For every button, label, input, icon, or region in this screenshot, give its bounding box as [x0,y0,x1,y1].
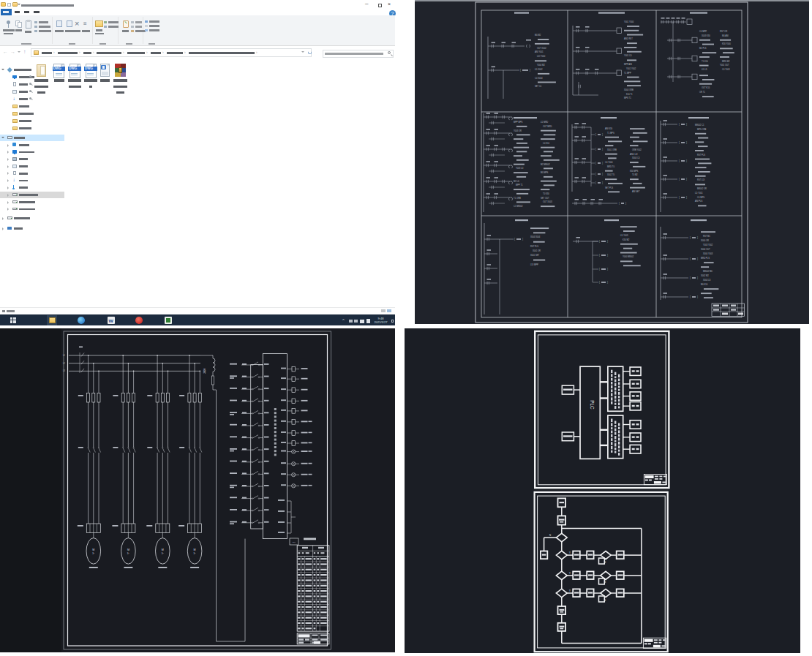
svg-text:Y003 Y002: Y003 Y002 [703,244,713,246]
svg-text:MRD M2: MRD M2 [722,60,730,63]
svg-text:3~: 3~ [162,552,165,555]
svg-text:LD Y003: LD Y003 [620,234,628,237]
svg-text:OR T1: OR T1 [699,91,705,94]
svg-text:[: [ [679,178,680,181]
svg-text:Y001 Y002: Y001 Y002 [626,67,636,70]
svg-text:]: ] [686,178,687,181]
svg-text:[: [ [690,276,691,279]
svg-text:M8002 C1: M8002 C1 [695,124,704,127]
svg-text:K30 M2: K30 M2 [623,238,630,241]
svg-text:[: [ [599,240,600,243]
svg-text:OUT X003: OUT X003 [543,200,552,203]
svg-text:X004 LD: X004 LD [703,279,711,282]
svg-text:3~: 3~ [193,552,196,555]
svg-text:M0 MPS: M0 MPS [541,171,549,174]
svg-text:Y001 OUT: Y001 OUT [720,64,729,67]
svg-text:T0 M2: T0 M2 [632,173,638,176]
svg-text:C0 K10: C0 K10 [543,142,549,145]
svg-text:MPP ANI: MPP ANI [624,63,632,66]
svg-text:M2 M8002: M2 M8002 [541,163,550,166]
svg-text:LDI MPP: LDI MPP [530,263,538,266]
svg-text:3~: 3~ [127,552,130,555]
svg-text:LDI Y000: LDI Y000 [537,55,546,58]
svg-text:]: ] [602,181,603,184]
svg-text:X000 OR: X000 OR [701,239,709,242]
svg-text:[: [ [595,162,596,165]
svg-text:C0 MPS: C0 MPS [697,196,704,199]
svg-text:380V: 380V [203,367,206,373]
svg-text:]: ] [697,276,698,279]
svg-text:]: ] [602,133,603,136]
svg-text:[: [ [690,236,691,239]
svg-text:]: ] [522,238,523,241]
svg-text:MPP T1: MPP T1 [516,184,523,186]
svg-text:RST OR: RST OR [720,30,727,33]
svg-text:Y000 M2: Y000 M2 [537,64,545,67]
svg-text:SET C1: SET C1 [535,85,542,88]
svg-text:[: [ [514,238,515,241]
svg-text:T1 MPS: T1 MPS [607,132,614,135]
svg-text:MPS ORB: MPS ORB [697,128,707,131]
svg-text:]: ] [602,148,603,151]
svg-text:X001 ORB: X001 ORB [607,148,617,151]
svg-text:]: ] [625,202,626,205]
svg-text:[: [ [595,148,596,151]
svg-text:X001 SET: X001 SET [530,254,540,257]
svg-text:ANI Y001: ANI Y001 [535,50,544,53]
svg-text:K30 Y000: K30 Y000 [722,42,731,45]
svg-text:Y001 C0: Y001 C0 [624,54,632,57]
svg-text:T1 MPP: T1 MPP [624,72,631,75]
svg-text:Y000 M8002: Y000 M8002 [623,255,634,258]
svg-text:LD MRD: LD MRD [541,121,548,124]
svg-text:M2 LD: M2 LD [514,180,519,183]
svg-text:ORB Y002: ORB Y002 [632,148,642,151]
svg-text:[: [ [690,295,691,298]
svg-text:]: ] [697,295,698,298]
svg-text:LD Y001: LD Y001 [695,192,703,195]
svg-text:X004 ORB: X004 ORB [624,88,634,91]
svg-text:K10 T1: K10 T1 [626,93,633,96]
svg-text:[: [ [679,159,680,162]
svg-text:X003 K30: X003 K30 [702,34,710,37]
svg-text:M: M [127,548,129,551]
svg-text:PLC: PLC [590,400,595,410]
svg-text:24V: 24V [293,541,296,543]
svg-text:3~: 3~ [92,552,95,555]
svg-text:X004 C0: X004 C0 [632,157,640,159]
svg-text:[: [ [599,254,600,257]
svg-text:]: ] [530,69,530,72]
svg-text:RST M1: RST M1 [703,235,710,238]
svg-text:MRD PLS: MRD PLS [701,257,710,260]
svg-text:ANI K30: ANI K30 [605,127,613,130]
svg-text:SET PLS: SET PLS [605,186,613,189]
svg-text:N: N [549,534,551,537]
svg-text:OUT X002: OUT X002 [537,47,546,50]
svg-text:L3: L3 [63,369,65,372]
svg-text:X004 OUT: X004 OUT [701,248,710,251]
svg-text:]: ] [686,159,687,162]
svg-text:C0 X004: C0 X004 [535,77,543,80]
svg-text:Y: Y [569,589,571,592]
svg-text:]: ] [602,162,603,165]
svg-text:C0 MPP: C0 MPP [699,30,707,33]
svg-text:]: ] [686,123,687,126]
svg-text:M2 PLS: M2 PLS [699,47,707,50]
svg-text:N: N [604,581,606,584]
svg-text:ANI SET: ANI SET [632,190,640,193]
svg-text:]: ] [607,281,608,284]
svg-text:X002 T0: X002 T0 [607,173,615,176]
svg-text:T1 ORB: T1 ORB [514,197,521,200]
svg-text:OUT MRD: OUT MRD [543,125,552,128]
svg-text:X000 Y003: X000 Y003 [703,252,713,255]
svg-text:[: [ [619,202,620,205]
svg-text:[: [ [599,281,600,284]
svg-text:M8002 M0: M8002 M0 [703,270,713,273]
svg-text:[: [ [690,257,691,260]
svg-text:M0 ANI: M0 ANI [722,34,729,37]
svg-text:AND LDI: AND LDI [630,153,638,156]
svg-text:X004 X004: X004 X004 [530,235,541,238]
svg-text:]: ] [686,196,687,199]
svg-text:X002 M2: X002 M2 [701,274,709,277]
svg-text:Y003 LD: Y003 LD [516,167,524,170]
svg-text:OUT K10: OUT K10 [702,86,710,89]
